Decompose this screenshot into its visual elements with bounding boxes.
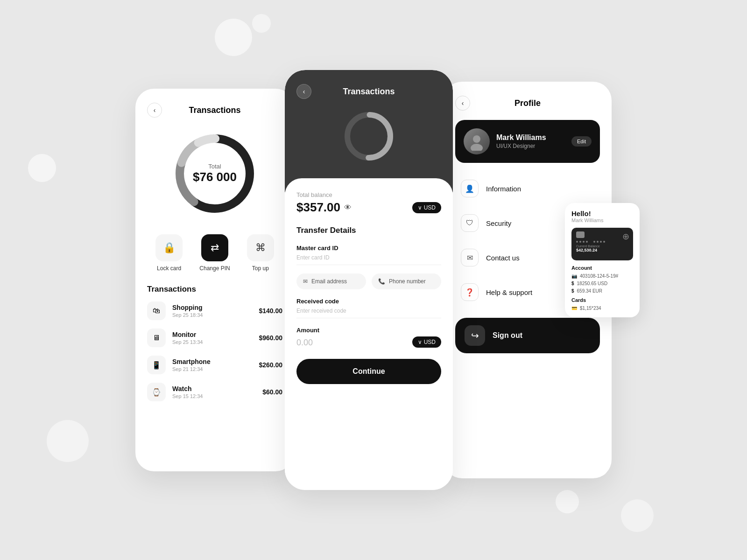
donut-text: Total $76 000 [193, 163, 237, 184]
donut-chart: Total $76 000 [147, 127, 282, 220]
account-number: 403108-124-5-19# [580, 273, 618, 279]
screen2-top: ‹ Transactions [285, 70, 453, 192]
shopping-icon: 🛍 [147, 301, 166, 320]
monitor-icon: 🖥 [147, 329, 166, 347]
security-label: Security [486, 219, 511, 227]
tx-info-monitor: Monitor Sep 25 13:34 [172, 331, 252, 345]
tx-info-smartphone: Smartphone Sep 21 12:34 [172, 358, 252, 372]
topup-label: Top up [252, 265, 269, 272]
change-pin-label: Change PIN [199, 265, 230, 272]
lock-card-icon: 🔒 [155, 234, 183, 261]
tx-amount-shopping: $140.00 [259, 307, 282, 315]
amount-currency-badge[interactable]: ∨ USD [412, 336, 441, 348]
table-row[interactable]: 🖥 Monitor Sep 25 13:34 $960.00 [147, 329, 282, 347]
balance-eur-row: $ 659.34 EUR [571, 288, 633, 294]
change-pin-action[interactable]: ⇄ Change PIN [199, 234, 230, 272]
back-button-1[interactable]: ‹ [147, 103, 162, 118]
balance-amount: $357.00 [296, 200, 340, 215]
amount-value[interactable]: 0.00 [296, 338, 313, 348]
menu-item-information[interactable]: 👤 Information [455, 172, 600, 205]
received-code-input[interactable]: Enter received code [296, 308, 441, 318]
signout-icon: ↪ [465, 325, 485, 346]
eye-icon[interactable]: 👁 [344, 203, 352, 212]
screen3-header: ‹ Profile [455, 96, 600, 111]
phone-btn-label: Phone number [389, 278, 426, 285]
transfer-screen: ‹ Transactions Total balance $357.00 👁 [285, 70, 453, 490]
email-btn[interactable]: ✉ Email address [296, 273, 366, 289]
tx-name-watch: Watch [172, 385, 256, 392]
smartphone-icon: 📱 [147, 356, 166, 374]
continue-button[interactable]: Continue [296, 359, 441, 384]
chevron-left-icon: ‹ [154, 106, 156, 114]
amount-label: Amount [296, 327, 441, 334]
lock-card-action[interactable]: 🔒 Lock card [155, 234, 183, 272]
quick-actions: 🔒 Lock card ⇄ Change PIN ⌘ Top up [147, 234, 282, 272]
tx-amount-smartphone: $260.00 [259, 361, 282, 369]
screen1-header: ‹ Transactions [147, 103, 282, 118]
person-icon: 👤 [461, 180, 479, 197]
master-card-id-label: Master card ID [296, 245, 441, 252]
phone-btn[interactable]: 📞 Phone number [372, 273, 441, 289]
help-label: Help & support [486, 288, 532, 296]
screens-container: ‹ Transactions Total $76 000 [135, 70, 612, 490]
screen2-header: ‹ Transactions [296, 84, 441, 99]
watch-icon: ⌚ [147, 383, 166, 401]
amount-currency-label: USD [424, 339, 436, 345]
tx-name-smartphone: Smartphone [172, 358, 252, 365]
avatar [464, 128, 490, 154]
mastercard-logo-icon: ⊕ [622, 231, 629, 242]
tx-amount-watch: $60.00 [262, 388, 282, 396]
balance-eur: 659.34 EUR [577, 288, 602, 294]
transfer-section-title: Transfer Details [296, 226, 441, 235]
svg-point-8 [471, 144, 483, 151]
topup-action[interactable]: ⌘ Top up [247, 234, 274, 272]
amount-row: 0.00 ∨ USD [296, 336, 441, 348]
balance-row: $357.00 👁 ∨ USD [296, 200, 441, 215]
cards-section-title: Cards [571, 297, 633, 303]
screen1-title: Transactions [162, 105, 268, 115]
tx-date-monitor: Sep 25 13:34 [172, 339, 252, 345]
help-icon: ❓ [461, 283, 479, 301]
card-chip [576, 231, 585, 238]
edit-profile-button[interactable]: Edit [571, 136, 592, 147]
received-code-label: Received code [296, 298, 441, 305]
tx-date-smartphone: Sep 21 12:34 [172, 366, 252, 372]
signout-label: Sign out [493, 331, 522, 340]
tx-info-watch: Watch Sep 15 12:34 [172, 385, 256, 399]
card-balance-value: $42,530.24 [576, 248, 628, 252]
chevron-down-icon-2: ∨ [418, 339, 422, 345]
mini-donut [296, 108, 441, 164]
card-balance-label: Current Balance [576, 245, 628, 248]
hello-label: Hello! [571, 210, 633, 217]
envelope-icon: ✉ [461, 249, 479, 266]
mini-credit-card: Current Balance $42,530.24 ⊕ [571, 228, 633, 260]
table-row[interactable]: 📱 Smartphone Sep 21 12:34 $260.00 [147, 356, 282, 374]
contact-label: Contact us [486, 254, 520, 262]
account-section-title: Account [571, 265, 633, 271]
avatar-image [464, 128, 490, 154]
transactions-screen: ‹ Transactions Total $76 000 [135, 89, 294, 471]
back-button-3[interactable]: ‹ [455, 96, 470, 111]
float-card-widget: Hello! Mark Williams Current Balance $42… [565, 203, 640, 317]
card-icon: 💳 [571, 306, 577, 311]
email-btn-label: Email address [311, 278, 347, 285]
profile-role: UI/UX Designer [496, 143, 565, 149]
signout-bar[interactable]: ↪ Sign out [455, 318, 600, 353]
hello-sub: Mark Williams [571, 217, 633, 223]
card-number-dots [576, 241, 628, 243]
table-row[interactable]: 🛍 Shopping Sep 25 18:34 $140.00 [147, 301, 282, 320]
currency-badge[interactable]: ∨ USD [412, 202, 441, 213]
svg-point-7 [473, 135, 480, 143]
tx-info-shopping: Shopping Sep 25 18:34 [172, 304, 252, 318]
table-row[interactable]: ⌚ Watch Sep 15 12:34 $60.00 [147, 383, 282, 401]
back-button-2[interactable]: ‹ [296, 84, 311, 99]
contact-row: ✉ Email address 📞 Phone number [296, 273, 441, 289]
change-pin-icon: ⇄ [201, 234, 228, 261]
tx-date-watch: Sep 15 12:34 [172, 393, 256, 399]
continue-label: Continue [352, 367, 385, 375]
card-partial: $1,15*234 [580, 306, 601, 311]
amount-field: Amount 0.00 ∨ USD [296, 327, 441, 348]
balance-usd: 18250.65 USD [577, 281, 608, 286]
master-card-id-input[interactable]: Enter card ID [296, 254, 441, 265]
screen2-bottom: Total balance $357.00 👁 ∨ USD Transfer D… [285, 178, 453, 490]
